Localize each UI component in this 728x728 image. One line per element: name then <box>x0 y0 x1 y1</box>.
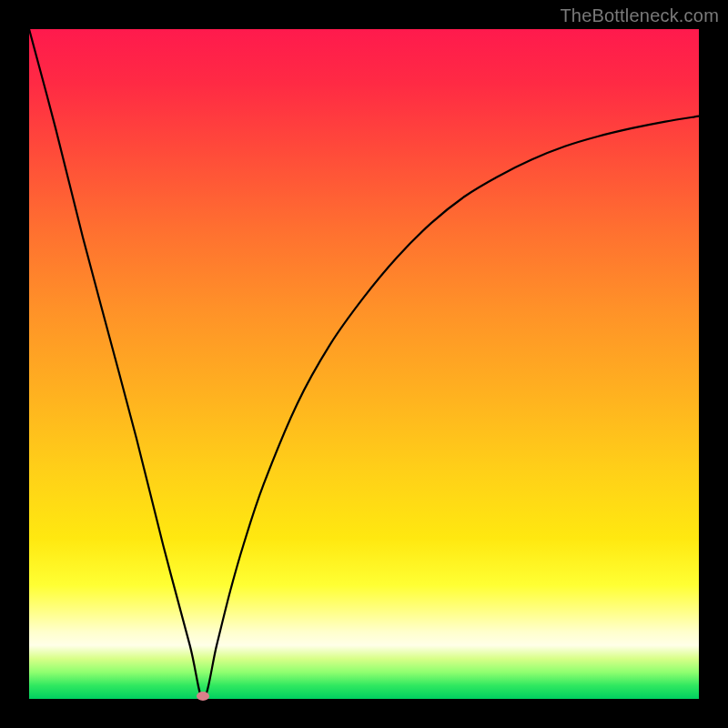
plot-area <box>29 29 699 699</box>
min-point-marker <box>197 692 209 701</box>
chart-frame: TheBottleneck.com <box>0 0 728 728</box>
watermark-text: TheBottleneck.com <box>560 5 719 26</box>
bottleneck-curve <box>29 29 699 699</box>
